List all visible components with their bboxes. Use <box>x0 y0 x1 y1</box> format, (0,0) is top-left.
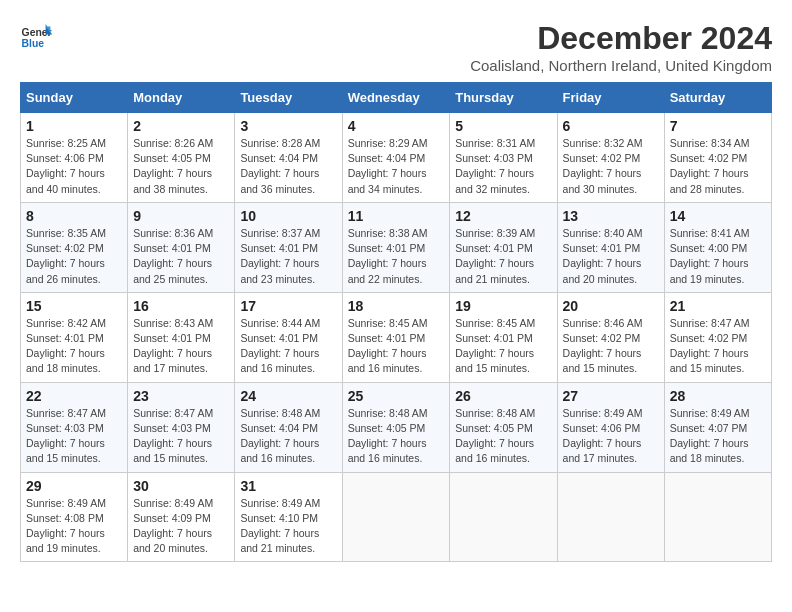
day-info: Sunrise: 8:31 AMSunset: 4:03 PMDaylight:… <box>455 136 551 197</box>
day-info: Sunrise: 8:45 AMSunset: 4:01 PMDaylight:… <box>348 316 445 377</box>
calendar-cell: 10Sunrise: 8:37 AMSunset: 4:01 PMDayligh… <box>235 202 342 292</box>
calendar-cell: 15Sunrise: 8:42 AMSunset: 4:01 PMDayligh… <box>21 292 128 382</box>
day-number: 5 <box>455 118 551 134</box>
day-number: 24 <box>240 388 336 404</box>
day-info: Sunrise: 8:35 AMSunset: 4:02 PMDaylight:… <box>26 226 122 287</box>
calendar-cell: 18Sunrise: 8:45 AMSunset: 4:01 PMDayligh… <box>342 292 450 382</box>
day-info: Sunrise: 8:40 AMSunset: 4:01 PMDaylight:… <box>563 226 659 287</box>
day-number: 17 <box>240 298 336 314</box>
day-number: 12 <box>455 208 551 224</box>
calendar-cell: 13Sunrise: 8:40 AMSunset: 4:01 PMDayligh… <box>557 202 664 292</box>
logo-icon: General Blue <box>20 20 52 52</box>
day-info: Sunrise: 8:48 AMSunset: 4:05 PMDaylight:… <box>348 406 445 467</box>
day-info: Sunrise: 8:49 AMSunset: 4:10 PMDaylight:… <box>240 496 336 557</box>
day-info: Sunrise: 8:47 AMSunset: 4:03 PMDaylight:… <box>133 406 229 467</box>
calendar-cell: 30Sunrise: 8:49 AMSunset: 4:09 PMDayligh… <box>128 472 235 562</box>
day-number: 21 <box>670 298 766 314</box>
calendar-week-row: 22Sunrise: 8:47 AMSunset: 4:03 PMDayligh… <box>21 382 772 472</box>
calendar-week-row: 29Sunrise: 8:49 AMSunset: 4:08 PMDayligh… <box>21 472 772 562</box>
column-header-monday: Monday <box>128 83 235 113</box>
calendar-cell: 8Sunrise: 8:35 AMSunset: 4:02 PMDaylight… <box>21 202 128 292</box>
day-number: 25 <box>348 388 445 404</box>
day-number: 15 <box>26 298 122 314</box>
day-info: Sunrise: 8:38 AMSunset: 4:01 PMDaylight:… <box>348 226 445 287</box>
calendar-cell: 6Sunrise: 8:32 AMSunset: 4:02 PMDaylight… <box>557 113 664 203</box>
calendar-cell: 25Sunrise: 8:48 AMSunset: 4:05 PMDayligh… <box>342 382 450 472</box>
day-number: 28 <box>670 388 766 404</box>
day-info: Sunrise: 8:49 AMSunset: 4:06 PMDaylight:… <box>563 406 659 467</box>
calendar-cell: 3Sunrise: 8:28 AMSunset: 4:04 PMDaylight… <box>235 113 342 203</box>
day-number: 31 <box>240 478 336 494</box>
calendar-table: SundayMondayTuesdayWednesdayThursdayFrid… <box>20 82 772 562</box>
calendar-cell: 29Sunrise: 8:49 AMSunset: 4:08 PMDayligh… <box>21 472 128 562</box>
calendar-cell: 23Sunrise: 8:47 AMSunset: 4:03 PMDayligh… <box>128 382 235 472</box>
day-number: 2 <box>133 118 229 134</box>
day-number: 3 <box>240 118 336 134</box>
day-number: 26 <box>455 388 551 404</box>
calendar-week-row: 1Sunrise: 8:25 AMSunset: 4:06 PMDaylight… <box>21 113 772 203</box>
column-header-saturday: Saturday <box>664 83 771 113</box>
title-area: December 2024 Coalisland, Northern Irela… <box>470 20 772 74</box>
day-info: Sunrise: 8:25 AMSunset: 4:06 PMDaylight:… <box>26 136 122 197</box>
day-number: 16 <box>133 298 229 314</box>
calendar-cell: 17Sunrise: 8:44 AMSunset: 4:01 PMDayligh… <box>235 292 342 382</box>
day-number: 30 <box>133 478 229 494</box>
svg-text:Blue: Blue <box>22 38 45 49</box>
day-info: Sunrise: 8:47 AMSunset: 4:02 PMDaylight:… <box>670 316 766 377</box>
calendar-week-row: 8Sunrise: 8:35 AMSunset: 4:02 PMDaylight… <box>21 202 772 292</box>
calendar-cell: 26Sunrise: 8:48 AMSunset: 4:05 PMDayligh… <box>450 382 557 472</box>
day-info: Sunrise: 8:29 AMSunset: 4:04 PMDaylight:… <box>348 136 445 197</box>
day-number: 8 <box>26 208 122 224</box>
day-number: 14 <box>670 208 766 224</box>
day-info: Sunrise: 8:36 AMSunset: 4:01 PMDaylight:… <box>133 226 229 287</box>
day-number: 18 <box>348 298 445 314</box>
day-number: 11 <box>348 208 445 224</box>
day-info: Sunrise: 8:37 AMSunset: 4:01 PMDaylight:… <box>240 226 336 287</box>
column-header-tuesday: Tuesday <box>235 83 342 113</box>
day-number: 29 <box>26 478 122 494</box>
calendar-cell <box>450 472 557 562</box>
calendar-cell: 19Sunrise: 8:45 AMSunset: 4:01 PMDayligh… <box>450 292 557 382</box>
day-number: 6 <box>563 118 659 134</box>
day-info: Sunrise: 8:28 AMSunset: 4:04 PMDaylight:… <box>240 136 336 197</box>
main-title: December 2024 <box>470 20 772 57</box>
day-info: Sunrise: 8:46 AMSunset: 4:02 PMDaylight:… <box>563 316 659 377</box>
day-info: Sunrise: 8:26 AMSunset: 4:05 PMDaylight:… <box>133 136 229 197</box>
calendar-cell: 28Sunrise: 8:49 AMSunset: 4:07 PMDayligh… <box>664 382 771 472</box>
day-number: 10 <box>240 208 336 224</box>
day-number: 22 <box>26 388 122 404</box>
subtitle: Coalisland, Northern Ireland, United Kin… <box>470 57 772 74</box>
calendar-cell <box>664 472 771 562</box>
page-header: General Blue December 2024 Coalisland, N… <box>20 20 772 74</box>
calendar-cell: 1Sunrise: 8:25 AMSunset: 4:06 PMDaylight… <box>21 113 128 203</box>
calendar-cell <box>557 472 664 562</box>
calendar-week-row: 15Sunrise: 8:42 AMSunset: 4:01 PMDayligh… <box>21 292 772 382</box>
day-info: Sunrise: 8:48 AMSunset: 4:05 PMDaylight:… <box>455 406 551 467</box>
day-info: Sunrise: 8:42 AMSunset: 4:01 PMDaylight:… <box>26 316 122 377</box>
calendar-cell: 16Sunrise: 8:43 AMSunset: 4:01 PMDayligh… <box>128 292 235 382</box>
calendar-cell: 24Sunrise: 8:48 AMSunset: 4:04 PMDayligh… <box>235 382 342 472</box>
calendar-cell <box>342 472 450 562</box>
column-header-sunday: Sunday <box>21 83 128 113</box>
day-number: 7 <box>670 118 766 134</box>
day-info: Sunrise: 8:34 AMSunset: 4:02 PMDaylight:… <box>670 136 766 197</box>
day-number: 9 <box>133 208 229 224</box>
day-number: 1 <box>26 118 122 134</box>
column-header-thursday: Thursday <box>450 83 557 113</box>
calendar-cell: 5Sunrise: 8:31 AMSunset: 4:03 PMDaylight… <box>450 113 557 203</box>
day-info: Sunrise: 8:49 AMSunset: 4:08 PMDaylight:… <box>26 496 122 557</box>
day-info: Sunrise: 8:44 AMSunset: 4:01 PMDaylight:… <box>240 316 336 377</box>
day-info: Sunrise: 8:49 AMSunset: 4:09 PMDaylight:… <box>133 496 229 557</box>
day-number: 27 <box>563 388 659 404</box>
calendar-cell: 12Sunrise: 8:39 AMSunset: 4:01 PMDayligh… <box>450 202 557 292</box>
day-info: Sunrise: 8:32 AMSunset: 4:02 PMDaylight:… <box>563 136 659 197</box>
day-number: 20 <box>563 298 659 314</box>
day-number: 13 <box>563 208 659 224</box>
day-info: Sunrise: 8:45 AMSunset: 4:01 PMDaylight:… <box>455 316 551 377</box>
day-info: Sunrise: 8:49 AMSunset: 4:07 PMDaylight:… <box>670 406 766 467</box>
day-info: Sunrise: 8:43 AMSunset: 4:01 PMDaylight:… <box>133 316 229 377</box>
day-info: Sunrise: 8:41 AMSunset: 4:00 PMDaylight:… <box>670 226 766 287</box>
calendar-header-row: SundayMondayTuesdayWednesdayThursdayFrid… <box>21 83 772 113</box>
day-number: 4 <box>348 118 445 134</box>
calendar-cell: 22Sunrise: 8:47 AMSunset: 4:03 PMDayligh… <box>21 382 128 472</box>
